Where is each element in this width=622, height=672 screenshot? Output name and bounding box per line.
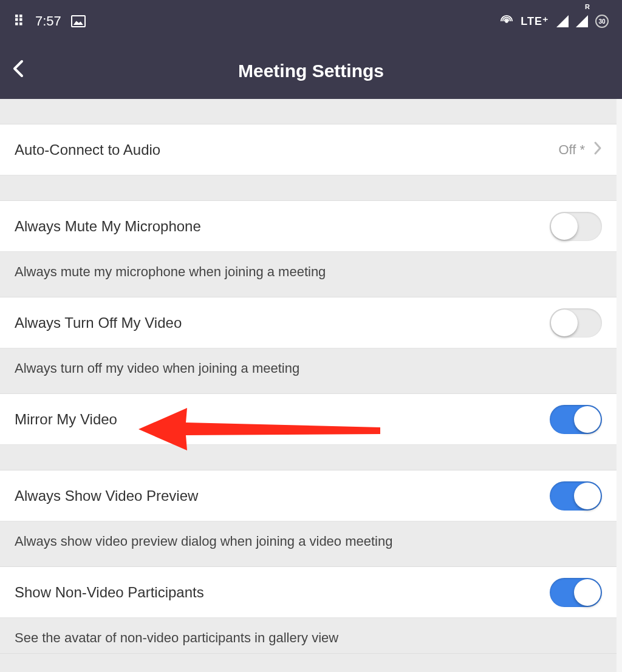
- non-video-row: Show Non-Video Participants: [0, 567, 617, 618]
- mute-mic-row: Always Mute My Microphone: [0, 201, 617, 252]
- chevron-right-icon: [593, 140, 602, 160]
- svg-point-0: [505, 20, 508, 22]
- toggle-knob: [551, 213, 578, 240]
- image-icon: [71, 15, 86, 27]
- scrollbar[interactable]: [617, 99, 622, 672]
- non-video-label: Show Non-Video Participants: [15, 584, 204, 601]
- chevron-left-icon: [12, 59, 24, 78]
- status-time: 7:57: [35, 13, 61, 29]
- turn-off-video-row: Always Turn Off My Video: [0, 297, 617, 348]
- mirror-video-toggle[interactable]: [550, 405, 602, 434]
- video-preview-row: Always Show Video Preview: [0, 470, 617, 521]
- signal-icon-2: R: [576, 15, 588, 27]
- video-preview-label: Always Show Video Preview: [15, 487, 198, 504]
- toggle-knob: [574, 406, 601, 433]
- status-right: LTE⁺ R 30: [500, 15, 609, 28]
- non-video-toggle[interactable]: [550, 578, 602, 607]
- status-bar: ⠿ 7:57 LTE⁺ R 30: [0, 0, 622, 42]
- mirror-video-label: Mirror My Video: [15, 411, 117, 428]
- settings-content: Auto-Connect to Audio Off * Always Mute …: [0, 99, 617, 654]
- battery-badge: 30: [595, 15, 609, 28]
- toggle-knob: [574, 483, 601, 509]
- mirror-video-row: Mirror My Video: [0, 394, 617, 445]
- network-label: LTE⁺: [521, 15, 549, 28]
- section-gap: [0, 175, 617, 201]
- turn-off-video-toggle[interactable]: [550, 308, 602, 338]
- hotspot-icon: [500, 15, 513, 28]
- back-button[interactable]: [12, 59, 24, 83]
- mute-mic-toggle[interactable]: [550, 212, 602, 241]
- toggle-knob: [551, 310, 578, 336]
- mute-mic-desc: Always mute my microphone when joining a…: [0, 252, 617, 297]
- signal-icon-1: [556, 15, 569, 27]
- video-preview-toggle[interactable]: [550, 481, 602, 511]
- turn-off-video-label: Always Turn Off My Video: [15, 314, 182, 331]
- video-preview-desc: Always show video preview dialog when jo…: [0, 521, 617, 567]
- section-gap: [0, 99, 617, 124]
- header-bar: Meeting Settings: [0, 42, 622, 99]
- section-gap: [0, 445, 617, 470]
- status-left: ⠿ 7:57: [13, 13, 86, 29]
- auto-connect-value-wrap: Off *: [558, 140, 602, 160]
- auto-connect-value: Off *: [558, 142, 585, 158]
- auto-connect-label: Auto-Connect to Audio: [15, 141, 160, 158]
- mute-mic-label: Always Mute My Microphone: [15, 218, 201, 235]
- non-video-desc: See the avatar of non-video participants…: [0, 618, 617, 654]
- auto-connect-row[interactable]: Auto-Connect to Audio Off *: [0, 124, 617, 175]
- page-title: Meeting Settings: [238, 61, 384, 81]
- toggle-knob: [574, 579, 601, 606]
- turn-off-video-desc: Always turn off my video when joining a …: [0, 348, 617, 394]
